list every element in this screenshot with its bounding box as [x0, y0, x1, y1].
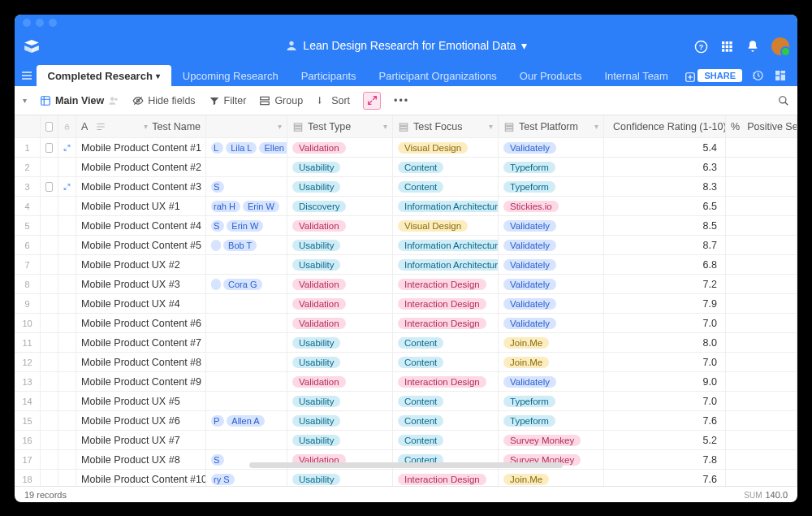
- horizontal-scrollbar[interactable]: [249, 462, 563, 468]
- cell-test-name[interactable]: Mobile Product Content #2: [76, 158, 206, 176]
- tag-pill[interactable]: Validately: [503, 318, 556, 329]
- cell-confidence[interactable]: 8.3: [604, 177, 726, 196]
- cell-platform[interactable]: Survey Monkey: [499, 431, 604, 449]
- expand-record-button[interactable]: [58, 216, 76, 235]
- tag-pill[interactable]: Usability: [292, 396, 340, 407]
- person-chip[interactable]: Bob T: [223, 240, 257, 251]
- expand-record-button[interactable]: [58, 177, 76, 196]
- tag-pill[interactable]: Validation: [292, 220, 346, 232]
- table-row[interactable]: 4Mobile Product UX #1rah HErin WDiscover…: [15, 197, 797, 216]
- cell-platform[interactable]: Typeform: [499, 392, 604, 410]
- tag-pill[interactable]: Typeform: [503, 415, 555, 427]
- row-checkbox[interactable]: [41, 177, 58, 196]
- cell-test-name[interactable]: Mobile Product Content #1: [76, 138, 206, 157]
- cell-test-type[interactable]: Validation: [287, 314, 393, 332]
- cell-people[interactable]: SErin W: [206, 216, 287, 235]
- tag-pill[interactable]: Validately: [503, 259, 556, 271]
- row-checkbox[interactable]: [41, 353, 58, 371]
- cell-test-focus[interactable]: Visual Design: [393, 138, 499, 157]
- cell-test-focus[interactable]: Content: [393, 353, 499, 371]
- cell-people[interactable]: [206, 353, 287, 371]
- tag-pill[interactable]: Validately: [503, 240, 556, 251]
- cell-people[interactable]: [206, 255, 287, 274]
- cell-people[interactable]: ry S: [206, 470, 287, 486]
- cell-positive[interactable]: [726, 236, 797, 254]
- cell-test-name[interactable]: Mobile Product Content #5: [76, 236, 206, 254]
- cell-test-type[interactable]: Validation: [287, 138, 393, 157]
- cell-test-type[interactable]: Usability: [287, 392, 393, 410]
- cell-positive[interactable]: [726, 392, 797, 410]
- more-options-button[interactable]: •••: [394, 95, 409, 106]
- add-table-button[interactable]: [685, 68, 697, 86]
- expand-record-button[interactable]: [58, 392, 76, 410]
- tag-pill[interactable]: Content: [398, 181, 443, 193]
- cell-test-name[interactable]: Mobile Product UX #4: [76, 294, 206, 313]
- col-test-focus[interactable]: Test Focus▾: [393, 115, 499, 137]
- cell-platform[interactable]: Validately: [499, 275, 604, 293]
- cell-confidence[interactable]: 7.8: [604, 450, 726, 469]
- cell-people[interactable]: [206, 392, 287, 410]
- table-row[interactable]: 3Mobile Product Content #3SUsabilityCont…: [15, 177, 797, 197]
- tag-pill[interactable]: Validation: [292, 318, 346, 329]
- person-chip[interactable]: ry S: [211, 474, 235, 485]
- cell-positive[interactable]: [726, 411, 797, 430]
- cell-people[interactable]: [206, 294, 287, 313]
- tag-pill[interactable]: Validately: [503, 279, 556, 290]
- person-chip[interactable]: S: [211, 220, 224, 232]
- cell-test-focus[interactable]: Information Architecture: [393, 197, 499, 215]
- cell-confidence[interactable]: 7.6: [604, 470, 726, 486]
- cell-test-focus[interactable]: Content: [393, 411, 499, 430]
- cell-confidence[interactable]: 6.5: [604, 197, 726, 215]
- cell-platform[interactable]: Typeform: [499, 411, 604, 430]
- cell-people[interactable]: [206, 158, 287, 176]
- table-row[interactable]: 13Mobile Product Content #9ValidationInt…: [15, 372, 797, 392]
- tag-pill[interactable]: Usability: [292, 162, 340, 173]
- chevron-down-icon[interactable]: ▾: [521, 39, 527, 52]
- expand-record-button[interactable]: [58, 236, 76, 254]
- person-chip[interactable]: [211, 279, 221, 290]
- cell-platform[interactable]: Validately: [499, 255, 604, 274]
- table-row[interactable]: 8Mobile Product UX #3 Cora GValidationIn…: [15, 275, 797, 294]
- table-row[interactable]: 7Mobile Product UX #2UsabilityInformatio…: [15, 255, 797, 275]
- tag-pill[interactable]: Usability: [292, 474, 340, 485]
- cell-confidence[interactable]: 6.3: [604, 158, 726, 176]
- chevron-down-icon[interactable]: ▾: [156, 72, 160, 80]
- table-row[interactable]: 12Mobile Product Content #8UsabilityCont…: [15, 353, 797, 372]
- table-row[interactable]: 16Mobile Product UX #7UsabilityContentSu…: [15, 431, 797, 450]
- tag-pill[interactable]: Usability: [292, 435, 340, 446]
- row-checkbox[interactable]: [41, 314, 58, 332]
- tag-pill[interactable]: Interaction Design: [398, 376, 486, 388]
- cell-test-focus[interactable]: Information Architecture: [393, 236, 499, 254]
- cell-positive[interactable]: [726, 255, 797, 274]
- table-row[interactable]: 1Mobile Product Content #1LLila LEllen L…: [15, 138, 797, 158]
- tag-pill[interactable]: Join.Me: [503, 474, 549, 485]
- cell-positive[interactable]: [726, 177, 797, 196]
- blocks-icon[interactable]: [773, 68, 788, 83]
- cell-test-name[interactable]: Mobile Product Content #4: [76, 216, 206, 235]
- tag-pill[interactable]: Visual Design: [398, 142, 468, 154]
- tag-pill[interactable]: Information Architecture: [398, 201, 499, 212]
- col-positive[interactable]: %Positive Sen: [726, 115, 797, 137]
- tag-pill[interactable]: Visual Design: [398, 220, 468, 232]
- row-checkbox[interactable]: [41, 450, 58, 469]
- cell-people[interactable]: rah HErin W: [206, 197, 287, 215]
- cell-positive[interactable]: [726, 470, 797, 486]
- cell-people[interactable]: [206, 314, 287, 332]
- tag-pill[interactable]: Usability: [292, 415, 340, 427]
- cell-confidence[interactable]: 7.2: [604, 275, 726, 293]
- traffic-light-min[interactable]: [36, 19, 44, 27]
- table-tab[interactable]: Completed Research▾: [37, 65, 171, 86]
- tag-pill[interactable]: Usability: [292, 181, 340, 193]
- expand-record-button[interactable]: [58, 372, 76, 391]
- table-row[interactable]: 11Mobile Product Content #7UsabilityCont…: [15, 333, 797, 353]
- row-checkbox[interactable]: [41, 470, 58, 486]
- row-checkbox[interactable]: [41, 392, 58, 410]
- history-icon[interactable]: [750, 68, 765, 83]
- person-chip[interactable]: rah H: [211, 201, 240, 212]
- expand-record-button[interactable]: [58, 294, 76, 313]
- tag-pill[interactable]: Validation: [292, 298, 346, 310]
- cell-people[interactable]: PAllen A: [206, 411, 287, 430]
- tag-pill[interactable]: Interaction Design: [398, 279, 486, 290]
- table-tab[interactable]: Participant Organizations: [368, 65, 508, 86]
- table-row[interactable]: 10Mobile Product Content #6ValidationInt…: [15, 314, 797, 333]
